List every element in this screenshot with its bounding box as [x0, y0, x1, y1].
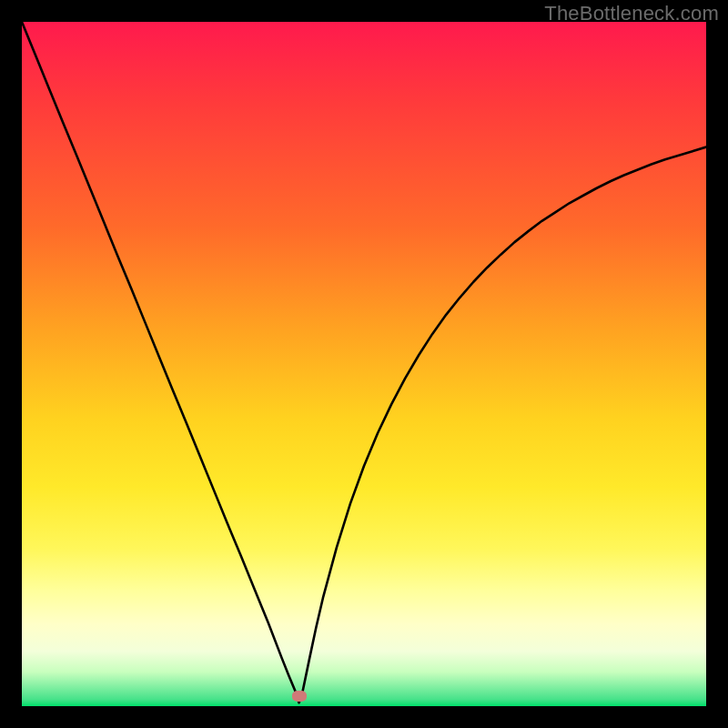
- bottleneck-curve: [22, 22, 706, 706]
- chart-panel: [22, 22, 706, 706]
- watermark-text: TheBottleneck.com: [544, 2, 719, 25]
- bottleneck-marker: [292, 691, 307, 702]
